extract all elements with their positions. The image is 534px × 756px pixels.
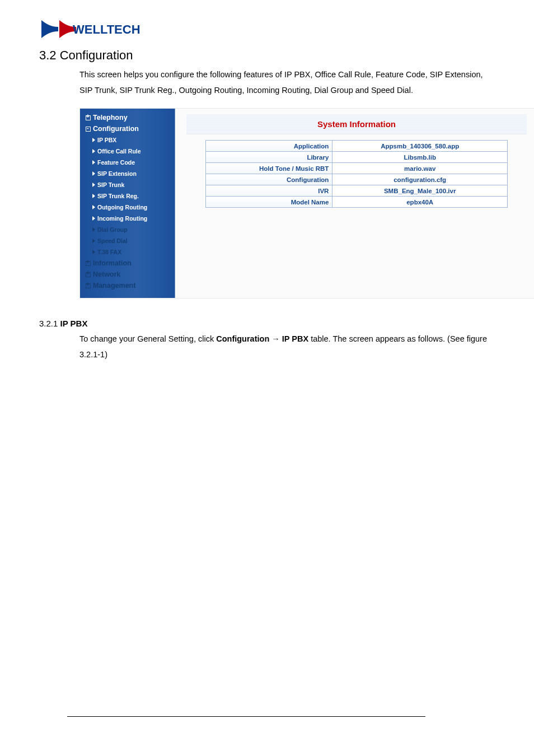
table-row: Configurationconfiguration.cfg <box>206 174 508 185</box>
nav-label: Outgoing Routing <box>97 204 147 211</box>
nav-outgoing-routing[interactable]: Outgoing Routing <box>80 202 175 213</box>
table-row: LibraryLibsmb.lib <box>206 152 508 163</box>
nav-office-call-rule[interactable]: Office Call Rule <box>80 146 175 157</box>
info-key: IVR <box>206 185 332 197</box>
heading-number: 3.2.1 <box>39 319 60 328</box>
info-value: epbx40A <box>332 197 508 208</box>
nav-configuration[interactable]: Configuration <box>80 123 175 134</box>
arrow-icon <box>92 149 95 153</box>
nav-sip-trunk-reg[interactable]: SIP Trunk Reg. <box>80 190 175 202</box>
section-intro-text: This screen helps you configure the foll… <box>79 67 495 98</box>
nav-label: Speed Dial <box>97 237 128 244</box>
info-value: SMB_Eng_Male_100.ivr <box>332 185 508 197</box>
arrow-icon <box>92 205 95 209</box>
info-key: Library <box>206 152 332 163</box>
info-value: Appsmb_140306_580.app <box>332 141 508 152</box>
nav-label: Dial Group <box>97 226 128 233</box>
arrow-icon <box>92 239 95 243</box>
table-row: Hold Tone / Music RBTmario.wav <box>206 163 508 174</box>
info-value: configuration.cfg <box>332 174 508 185</box>
table-row: ApplicationAppsmb_140306_580.app <box>206 141 508 152</box>
footer-divider <box>67 716 425 717</box>
nav-management[interactable]: Management <box>80 280 175 291</box>
arrow-icon <box>92 138 95 142</box>
nav-label: SIP Trunk <box>97 181 124 188</box>
nav-t38-fax[interactable]: T.38 FAX <box>80 246 175 258</box>
arrow-icon <box>92 250 95 254</box>
arrow-icon <box>92 183 95 187</box>
nav-label: IP PBX <box>97 137 116 143</box>
nav-sip-extension[interactable]: SIP Extension <box>80 168 175 179</box>
expand-icon <box>86 261 91 266</box>
nav-speed-dial[interactable]: Speed Dial <box>80 235 175 246</box>
nav-sip-trunk[interactable]: SIP Trunk <box>80 179 175 190</box>
info-value: mario.wav <box>332 163 508 174</box>
arrow-icon <box>92 194 95 198</box>
arrow-icon <box>92 227 95 232</box>
nav-ip-pbx[interactable]: IP PBX <box>80 134 175 146</box>
nav-label: SIP Trunk Reg. <box>97 193 139 199</box>
text-part: To change your General Setting, click <box>79 334 216 343</box>
info-key: Model Name <box>206 197 332 208</box>
nav-dial-group[interactable]: Dial Group <box>80 224 175 235</box>
nav-label: Configuration <box>93 125 139 133</box>
nav-feature-code[interactable]: Feature Code <box>80 157 175 168</box>
text-bold: Configuration <box>216 334 269 343</box>
nav-network[interactable]: Network <box>80 269 175 280</box>
nav-label: Incoming Routing <box>97 215 147 222</box>
expand-icon <box>86 283 91 288</box>
nav-label: SIP Extension <box>97 170 137 177</box>
info-key: Configuration <box>206 174 332 185</box>
subsection-heading-ip-pbx: 3.2.1 IP PBX <box>39 319 495 328</box>
nav-label: Office Call Rule <box>97 148 141 155</box>
heading-title: IP PBX <box>60 319 88 328</box>
table-row: IVRSMB_Eng_Male_100.ivr <box>206 185 508 197</box>
nav-label: Network <box>93 270 120 278</box>
expand-icon <box>86 272 91 277</box>
nav-label: Feature Code <box>97 159 135 166</box>
info-value: Libsmb.lib <box>332 152 508 163</box>
nav-sidebar: Telephony Configuration IP PBX Office Ca… <box>80 109 175 298</box>
main-content-panel: System Information ApplicationAppsmb_140… <box>175 109 534 298</box>
nav-label: Management <box>93 282 135 290</box>
table-row: Model Nameepbx40A <box>206 197 508 208</box>
arrow-glyph: → <box>269 334 282 343</box>
collapse-icon <box>86 127 91 132</box>
expand-icon <box>86 115 91 120</box>
text-bold: IP PBX <box>282 334 308 343</box>
arrow-icon <box>92 216 95 221</box>
nav-telephony[interactable]: Telephony <box>80 112 175 123</box>
section-heading-configuration: 3.2 Configuration <box>39 48 495 63</box>
nav-incoming-routing[interactable]: Incoming Routing <box>80 213 175 224</box>
nav-label: Information <box>93 259 132 267</box>
subsection-text: To change your General Setting, click Co… <box>79 332 495 362</box>
info-key: Hold Tone / Music RBT <box>206 163 332 174</box>
panel-title: System Information <box>186 114 527 134</box>
arrow-icon <box>92 171 95 176</box>
nav-information[interactable]: Information <box>80 258 175 269</box>
arrow-icon <box>92 160 95 165</box>
embedded-screenshot: Telephony Configuration IP PBX Office Ca… <box>79 108 534 298</box>
brand-logo: WELLTECH <box>39 17 495 41</box>
nav-label: T.38 FAX <box>97 249 121 255</box>
logo-text: WELLTECH <box>73 22 140 36</box>
nav-label: Telephony <box>93 114 128 122</box>
info-key: Application <box>206 141 332 152</box>
system-info-table: ApplicationAppsmb_140306_580.app Library… <box>205 140 508 208</box>
